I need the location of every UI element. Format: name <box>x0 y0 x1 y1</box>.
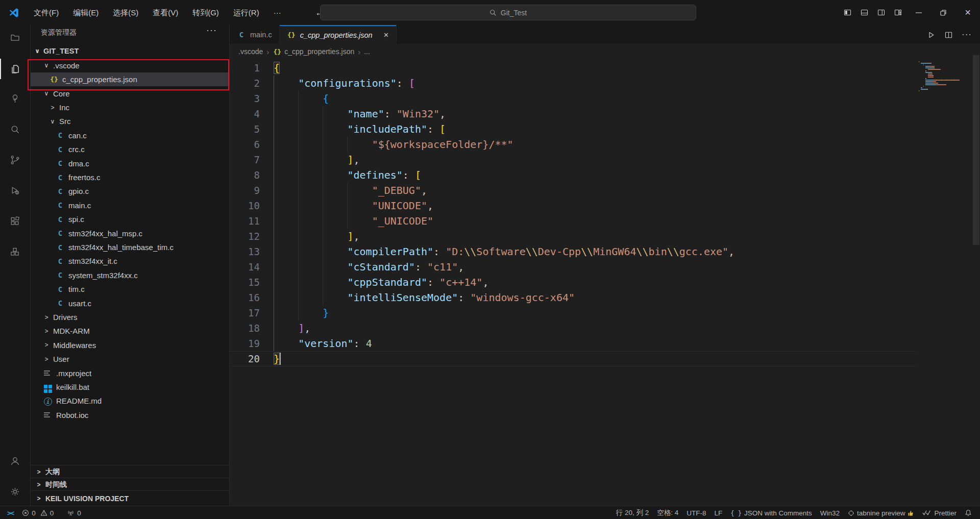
tree-item-drivers[interactable]: >Drivers <box>31 310 242 324</box>
tree-item-middlewares[interactable]: >Middlewares <box>31 338 242 352</box>
tree-item-c_cpp_properties.json[interactable]: {}c_cpp_properties.json <box>31 72 248 86</box>
tree-item-main.c[interactable]: Cmain.c <box>31 199 254 212</box>
pane-1[interactable]: >大纲 <box>31 465 229 478</box>
tree-item-stm32f4xx_it.c[interactable]: Cstm32f4xx_it.c <box>31 254 254 268</box>
split-editor-icon[interactable] <box>944 31 953 39</box>
explorer-icon[interactable] <box>0 57 30 81</box>
tree-item-freertos.c[interactable]: Cfreertos.c <box>31 170 254 184</box>
editor-scrollbar[interactable] <box>973 55 979 245</box>
code-line-10[interactable]: 10"UNICODE", <box>230 198 916 213</box>
tree-item-robot.ioc[interactable]: Robot.ioc <box>31 408 242 422</box>
extensions-icon[interactable] <box>0 209 30 233</box>
code-line-1[interactable]: 1{ <box>230 60 916 76</box>
more-actions-icon[interactable]: ··· <box>962 30 972 40</box>
menu-item-6[interactable]: 运行(R) <box>226 0 266 25</box>
command-center-search[interactable]: Git_Test <box>320 5 696 20</box>
status-encoding[interactable]: UTF-8 <box>682 506 710 519</box>
status-tabnine[interactable]: tabnine preview <box>844 506 919 519</box>
status-formatter[interactable]: Prettier <box>918 506 961 519</box>
tree-item-dma.c[interactable]: Cdma.c <box>31 157 254 170</box>
remote-explorer-icon[interactable] <box>0 25 30 50</box>
tree-item-.vscode[interactable]: ∨.vscode <box>31 59 242 72</box>
code-line-2[interactable]: 2"configurations": [ <box>230 76 916 91</box>
search-icon[interactable] <box>0 117 30 141</box>
tree-item-tim.c[interactable]: Ctim.c <box>31 282 254 296</box>
code-line-20[interactable]: 20} <box>230 351 916 366</box>
code-line-9[interactable]: 9"_DEBUG", <box>230 183 916 198</box>
minimap[interactable] <box>919 61 960 92</box>
status-cursor-position[interactable]: 行 20, 列 2 <box>612 506 653 519</box>
status-configuration[interactable]: Win32 <box>816 506 844 519</box>
menu-overflow[interactable]: ··· <box>266 0 288 25</box>
tree-item-stm32f4xx_hal_msp.c[interactable]: Cstm32f4xx_hal_msp.c <box>31 227 254 240</box>
menu-item-2[interactable]: 编辑(E) <box>66 0 106 25</box>
tree-item-keilkill.bat[interactable]: keilkill.bat <box>31 380 242 394</box>
section-header-git-test[interactable]: ∨ GIT_TEST <box>31 44 229 58</box>
tree-item-mdk-arm[interactable]: >MDK-ARM <box>31 324 242 338</box>
toggle-secondary-sidebar-icon[interactable] <box>873 0 890 25</box>
status-eol[interactable]: LF <box>710 506 726 519</box>
tab-c_cpp_properties.json[interactable]: {}c_cpp_properties.json× <box>280 25 397 44</box>
testing-tree-icon[interactable] <box>0 86 30 111</box>
remote-indicator[interactable]: >< <box>3 506 18 519</box>
tree-item-can.c[interactable]: Ccan.c <box>31 129 254 142</box>
run-debug-icon[interactable] <box>0 178 30 203</box>
code-line-12[interactable]: 12], <box>230 229 916 244</box>
code-line-14[interactable]: 14"cStandard": "c11", <box>230 259 916 275</box>
tree-item-user[interactable]: >User <box>31 352 242 366</box>
toggle-panel-icon[interactable] <box>856 0 873 25</box>
ports-status[interactable]: 0 <box>63 506 85 519</box>
code-line-4[interactable]: 4"name": "Win32", <box>230 106 916 121</box>
code-line-15[interactable]: 15"cppStandard": "c++14", <box>230 275 916 290</box>
problems-status[interactable]: 0 0 <box>18 506 58 519</box>
tree-item-spi.c[interactable]: Cspi.c <box>31 212 254 226</box>
source-control-icon[interactable] <box>0 147 30 172</box>
minimize-button[interactable] <box>906 0 931 25</box>
code-line-16[interactable]: 16"intelliSenseMode": "windows-gcc-x64" <box>230 290 916 305</box>
code-line-3[interactable]: 3{ <box>230 91 916 106</box>
tree-item-gpio.c[interactable]: Cgpio.c <box>31 184 254 198</box>
breadcrumb-item-1[interactable]: .vscode <box>238 47 263 56</box>
tree-item-stm32f4xx_hal_timebase_tim.c[interactable]: Cstm32f4xx_hal_timebase_tim.c <box>31 240 254 254</box>
tree-item-system_stm32f4xx.c[interactable]: Csystem_stm32f4xx.c <box>31 268 254 282</box>
breadcrumb-item-3[interactable]: ... <box>364 47 370 56</box>
account-icon[interactable] <box>0 449 30 473</box>
code-line-6[interactable]: 6"${workspaceFolder}/**" <box>230 137 916 152</box>
customize-layout-icon[interactable] <box>890 0 906 25</box>
menu-item-3[interactable]: 选择(S) <box>106 0 145 25</box>
settings-icon[interactable] <box>0 479 30 504</box>
close-tab-icon[interactable]: × <box>384 30 389 40</box>
tree-item-crc.c[interactable]: Ccrc.c <box>31 142 254 156</box>
toggle-sidebar-icon[interactable] <box>839 0 856 25</box>
run-file-icon[interactable] <box>927 31 936 39</box>
tree-item-.mxproject[interactable]: .mxproject <box>31 366 242 380</box>
tree-item-src[interactable]: ∨Src <box>31 114 248 128</box>
breadcrumb-item-2[interactable]: {} c_cpp_properties.json <box>273 47 354 56</box>
code-line-8[interactable]: 8"defines": [ <box>230 167 916 183</box>
code-line-18[interactable]: 18], <box>230 320 916 336</box>
tree-item-core[interactable]: ∨Core <box>31 87 242 101</box>
packages-icon[interactable] <box>0 239 30 264</box>
menu-item-1[interactable]: 文件(F) <box>27 0 66 25</box>
tree-item-readme.md[interactable]: iREADME.md <box>31 394 242 408</box>
code-line-13[interactable]: 13"compilerPath": "D:\\Software\\Dev-Cpp… <box>230 244 916 259</box>
status-notifications[interactable] <box>961 506 976 519</box>
code-line-5[interactable]: 5"includePath": [ <box>230 121 916 137</box>
status-indentation[interactable]: 空格: 4 <box>653 506 682 519</box>
menu-item-5[interactable]: 转到(G) <box>185 0 226 25</box>
tree-item-inc[interactable]: >Inc <box>31 101 248 114</box>
code-line-19[interactable]: 19"version": 4 <box>230 336 916 351</box>
status-language-mode[interactable]: { }JSON with Comments <box>726 506 816 519</box>
tab-main.c[interactable]: Cmain.c <box>230 25 280 44</box>
pane-2[interactable]: >时间线 <box>31 478 229 491</box>
tree-item-usart.c[interactable]: Cusart.c <box>31 296 254 310</box>
menu-item-4[interactable]: 查看(V) <box>145 0 185 25</box>
code-line-7[interactable]: 7], <box>230 152 916 167</box>
restore-button[interactable] <box>931 0 955 25</box>
code-line-11[interactable]: 11"_UNICODE" <box>230 213 916 229</box>
code-line-17[interactable]: 17} <box>230 305 916 320</box>
pane-3[interactable]: >KEIL UVISION PROJECT <box>31 490 229 506</box>
sidebar-more-actions[interactable]: ··· <box>206 25 217 36</box>
close-button[interactable]: × <box>955 0 980 25</box>
code-editor[interactable]: 1{2"configurations": [3{4"name": "Win32"… <box>230 60 980 366</box>
